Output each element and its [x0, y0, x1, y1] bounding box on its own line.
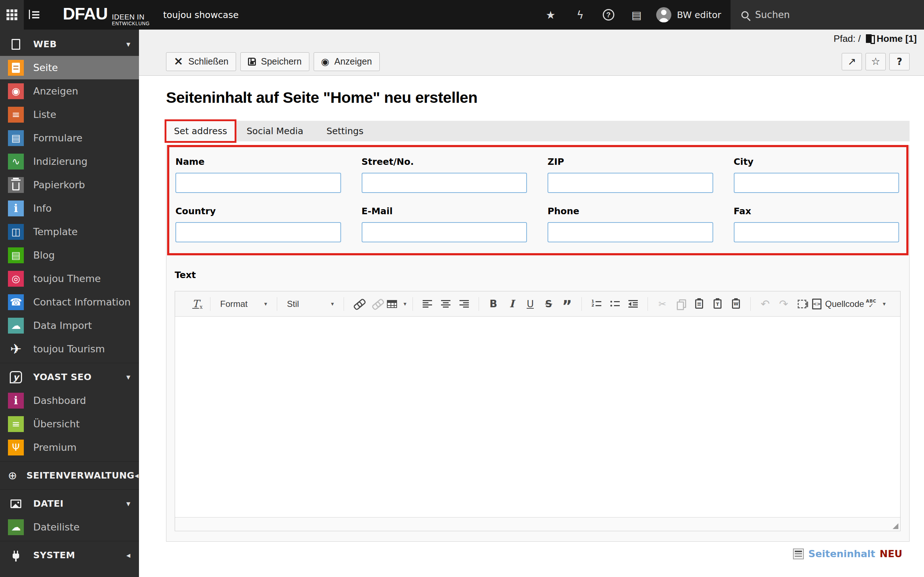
tab-settings[interactable]: Settings — [315, 121, 375, 141]
toolbar-spellcheck-button[interactable]: ABC✓▾ — [866, 295, 886, 313]
sidebar-item-liste[interactable]: ≡Liste — [0, 103, 139, 126]
field-input-name[interactable] — [175, 173, 341, 193]
toolbar-table-button[interactable]: ▾ — [387, 295, 406, 313]
tab-social-media[interactable]: Social Media — [235, 121, 315, 141]
toolbar-separator — [478, 297, 479, 311]
sidebar-header-web[interactable]: WEB▾ — [0, 32, 139, 56]
tab-set-address[interactable]: Set address — [166, 121, 235, 141]
toolbar-copy-button[interactable] — [672, 295, 689, 313]
bookmark-star-icon[interactable]: ★ — [544, 9, 558, 21]
sidebar-header-yoast-seo[interactable]: yYOAST SEO▾ — [0, 365, 139, 389]
logo-tagline-1: IDEEN IN — [112, 13, 150, 21]
field-input-street-no[interactable] — [362, 173, 527, 193]
sidebar-item-dashboard[interactable]: iDashboard — [0, 389, 139, 412]
toolbar-bold-button[interactable]: B — [485, 295, 502, 313]
save-floppy-icon — [248, 58, 256, 66]
sidebar-item-blog[interactable]: ▤Blog — [0, 243, 139, 267]
sidebar-item-seite[interactable]: Seite — [0, 56, 139, 79]
toolbar-redo-button[interactable]: ↷ — [775, 295, 792, 313]
toolbar-unlink-button[interactable] — [368, 295, 385, 313]
chevron-down-icon: ▾ — [126, 499, 130, 508]
sidebar-item-dateiliste[interactable]: ☁Dateiliste — [0, 515, 139, 539]
toolbar-paste-text-button[interactable] — [709, 295, 726, 313]
resize-handle[interactable] — [893, 523, 898, 529]
toolbar-style-dropdown[interactable]: Stil▾ — [283, 295, 338, 313]
open-in-new-window-button[interactable]: ↗ — [842, 53, 862, 70]
toolbar-paste-word-button[interactable] — [728, 295, 744, 313]
sidebar-item-toujou-theme[interactable]: ◎toujou Theme — [0, 267, 139, 290]
toolbar-align-left-button[interactable] — [419, 295, 436, 313]
module-menu-button[interactable] — [0, 0, 24, 29]
rte-content[interactable] — [175, 317, 900, 517]
toolbar-format-dropdown[interactable]: Format▾ — [216, 295, 271, 313]
pagetree-toggle-button[interactable] — [24, 0, 48, 29]
anzeigen-button[interactable]: ◉Anzeigen — [313, 52, 380, 71]
bookmark-button[interactable]: ☆ — [866, 53, 886, 70]
speichern-button[interactable]: Speichern — [241, 52, 309, 71]
path-page: Home [1] — [877, 33, 917, 44]
template-icon: ◫ — [11, 227, 21, 237]
sidebar-item-template[interactable]: ◫Template — [0, 220, 139, 243]
help-icon[interactable]: ? — [603, 9, 614, 21]
user-menu[interactable]: BW editor — [656, 7, 722, 23]
chevron-down-icon: ▾ — [126, 40, 130, 49]
sidebar-item-contact-information[interactable]: ☎Contact Information — [0, 290, 139, 314]
field-input-city[interactable] — [734, 173, 900, 193]
toolbar-numbered-list-button[interactable] — [588, 295, 604, 313]
sidebar-item-data-import[interactable]: ☁Data Import — [0, 314, 139, 337]
toolbar-align-center-button[interactable] — [438, 295, 454, 313]
sidebar-item-label: Info — [33, 203, 52, 214]
opendocs-icon[interactable]: ▤ — [630, 9, 644, 21]
sidebar-item-papierkorb[interactable]: Papierkorb — [0, 173, 139, 197]
toolbar-bullet-list-button[interactable] — [606, 295, 623, 313]
div-container-icon — [798, 300, 806, 308]
toolbar-strikethrough-button[interactable]: S — [540, 295, 557, 313]
source-label: Quellcode — [825, 299, 864, 309]
toolbar-cut-button[interactable]: ✂ — [654, 295, 670, 313]
toolbar-indent-button[interactable] — [625, 295, 641, 313]
sidebar-item-anzeigen[interactable]: ◉Anzeigen — [0, 79, 139, 103]
toolbar-paste-button[interactable] — [691, 295, 708, 313]
sidebar-header-seitenverwaltung[interactable]: ⊕SEITENVERWALTUNG◂ — [0, 464, 139, 487]
sidebar-item-toujou-tourism[interactable]: ✈toujou Tourism — [0, 337, 139, 361]
annotation-box-fields: NameStreet/No.ZIPCityCountryE-MailPhoneF… — [167, 145, 908, 255]
field-phone: Phone — [548, 206, 713, 242]
toolbar-undo-button[interactable]: ↶ — [757, 295, 774, 313]
sidebar-group-system: SYSTEM◂ — [0, 541, 139, 567]
toolbar-source-button[interactable]: <>Quellcode — [812, 295, 864, 313]
schlie-en-button[interactable]: ×Schließen — [166, 52, 236, 71]
sidebar-item-formulare[interactable]: ▤Formulare — [0, 126, 139, 150]
sidebar-item-premium[interactable]: ΨPremium — [0, 436, 139, 459]
sidebar-item-info[interactable]: iInfo — [0, 197, 139, 220]
module-icon-box: ✈ — [8, 341, 24, 357]
toolbar-underline-button[interactable]: U — [522, 295, 538, 313]
paste-icon — [695, 299, 703, 309]
help-button[interactable]: ? — [889, 53, 909, 70]
toolbar-italic-button[interactable]: I — [504, 295, 520, 313]
field-input-zip[interactable] — [548, 173, 713, 193]
toolbar-align-right-button[interactable] — [456, 295, 472, 313]
underline-icon: U — [527, 299, 534, 309]
sidebar-header-datei[interactable]: DATEI▾ — [0, 492, 139, 515]
tree-icon — [32, 11, 39, 13]
search-input[interactable] — [755, 10, 907, 20]
field-input-phone[interactable] — [548, 222, 713, 242]
sidebar-header-system[interactable]: SYSTEM◂ — [0, 543, 139, 567]
field-input-country[interactable] — [175, 222, 341, 242]
sidebar-item-bersicht[interactable]: ≡Übersicht — [0, 412, 139, 436]
bersicht-icon: ≡ — [12, 419, 20, 429]
clear-cache-bolt-icon[interactable]: ϟ — [573, 9, 588, 21]
yoast-logo-icon: y — [10, 371, 22, 384]
field-name: Name — [175, 156, 341, 193]
field-input-e-mail[interactable] — [362, 222, 527, 242]
field-input-fax[interactable] — [734, 222, 900, 242]
brand-logo[interactable]: DFAU IDEEN IN ENTWICKLUNG — [63, 3, 152, 26]
toolbar-remove-format-button[interactable]: T — [187, 295, 204, 313]
toolbar-link-button[interactable] — [350, 295, 367, 313]
toolbar-div-container-button[interactable] — [794, 295, 810, 313]
module-icon-box: ☁ — [8, 318, 24, 334]
sidebar-item-indizierung[interactable]: ∿Indizierung — [0, 150, 139, 173]
toolbar-blockquote-button[interactable]: ” — [559, 295, 575, 313]
toujou-tourism-icon: ✈ — [10, 342, 22, 356]
tab-panel: NameStreet/No.ZIPCityCountryE-MailPhoneF… — [166, 145, 909, 542]
